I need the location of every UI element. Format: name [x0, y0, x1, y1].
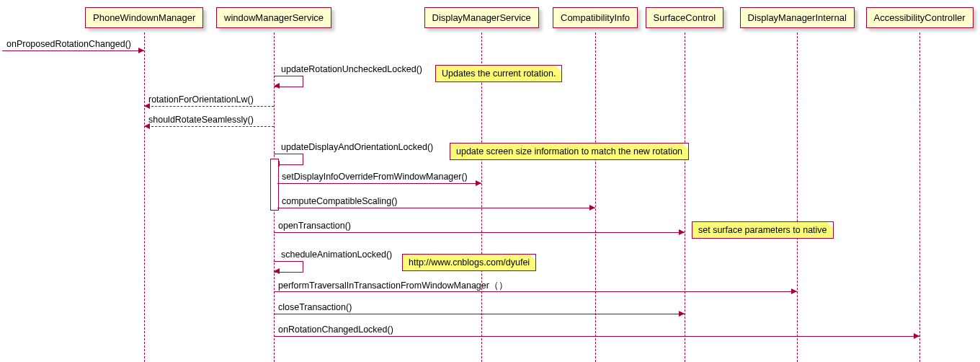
- participant-p5: SurfaceControl: [646, 7, 724, 28]
- activation-wms: [270, 159, 279, 211]
- msg-closeTransaction-head: [679, 311, 685, 317]
- participant-p4: CompatibilityInfo: [553, 7, 638, 28]
- msg-openTransaction: [274, 232, 685, 233]
- msg-onProposedRotationChanged-label: onProposedRotationChanged(): [6, 39, 131, 49]
- note-url: http://www.cnblogs.com/dyufei: [402, 254, 536, 271]
- msg-closeTransaction: [274, 314, 685, 314]
- msg-updateRotationUncheckedLocked-label: updateRotationUncheckedLocked(): [281, 64, 422, 74]
- msg-performTraversal: [274, 291, 797, 292]
- lifeline-p5: [685, 32, 685, 362]
- msg-rotationForOrientationLw-label: rotationForOrientationLw(): [148, 94, 254, 105]
- lifeline-p4: [595, 32, 596, 362]
- msg-setDisplayInfoOverride: [277, 183, 481, 184]
- lifeline-p6: [797, 32, 798, 362]
- lifeline-p7: [919, 32, 920, 362]
- msg-setDisplayInfoOverride-head: [476, 180, 481, 186]
- msg-shouldRotateSeamlessly-label: shouldRotateSeamlessly(): [148, 115, 254, 125]
- msg-computeCompatibleScaling-head: [589, 205, 595, 211]
- participant-p6: DisplayManagerInternal: [740, 7, 855, 28]
- note-set-surface-parameters: set surface parameters to native: [692, 221, 834, 239]
- msg-computeCompatibleScaling: [277, 208, 595, 208]
- msg-openTransaction-label: openTransaction(): [278, 221, 351, 231]
- msg-updateRotationUncheckedLocked-head: [274, 83, 280, 89]
- msg-performTraversal-label: performTraversalInTransactionFromWindowM…: [278, 280, 508, 292]
- participant-p7: AccessibilityController: [866, 7, 974, 28]
- note-update-screen-size: update screen size information to match …: [450, 143, 689, 160]
- msg-onProposedRotationChanged: [2, 50, 144, 51]
- msg-setDisplayInfoOverride-label: setDisplayInfoOverrideFromWindowManager(…: [282, 172, 468, 182]
- msg-computeCompatibleScaling-label: computeCompatibleScaling(): [282, 196, 398, 206]
- msg-scheduleAnimationLocked-label: scheduleAnimationLocked(): [281, 250, 392, 260]
- note-updates-current-rotation: Updates the current rotation.: [435, 65, 562, 82]
- participant-p1: PhoneWindownManager: [85, 7, 203, 28]
- participant-p2: windowManagerService: [216, 7, 331, 28]
- msg-onRotationChangedLocked: [274, 336, 919, 337]
- msg-closeTransaction-label: closeTransaction(): [278, 302, 352, 312]
- msg-onRotationChangedLocked-head: [914, 333, 919, 339]
- msg-shouldRotateSeamlessly-head: [144, 123, 150, 129]
- msg-openTransaction-head: [679, 229, 685, 235]
- msg-onRotationChangedLocked-label: onRotationChangedLocked(): [278, 325, 393, 335]
- lifeline-p1: [144, 32, 145, 362]
- msg-rotationForOrientationLw-head: [144, 103, 150, 109]
- msg-rotationForOrientationLw: [144, 106, 274, 107]
- msg-onProposedRotationChanged-head: [138, 48, 144, 53]
- msg-performTraversal-head: [791, 288, 797, 294]
- msg-scheduleAnimationLocked-head: [274, 268, 280, 274]
- participant-p3: DisplayManagerService: [424, 7, 539, 28]
- msg-shouldRotateSeamlessly: [144, 126, 274, 127]
- msg-updateDisplayAndOrientationLocked-label: updateDisplayAndOrientationLocked(): [281, 142, 433, 152]
